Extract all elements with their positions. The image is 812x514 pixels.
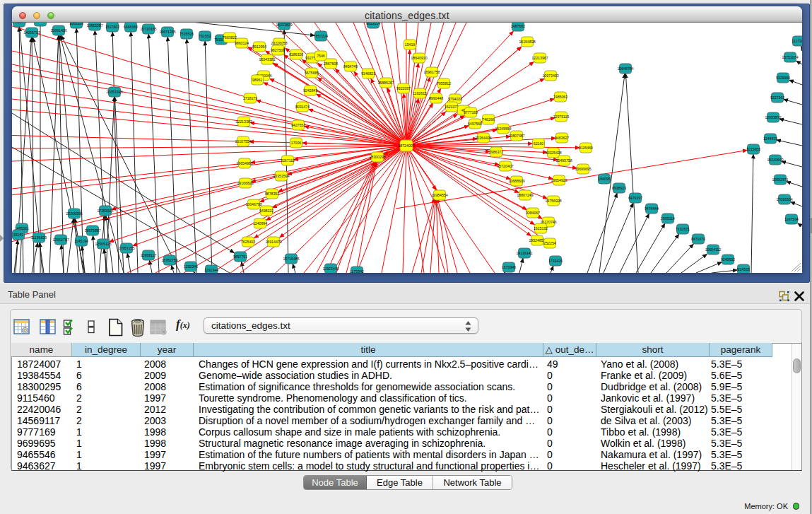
- svg-text:15419: 15419: [405, 42, 416, 47]
- svg-text:10699695: 10699695: [575, 167, 591, 171]
- svg-text:10046798: 10046798: [245, 202, 261, 206]
- svg-text:16033809: 16033809: [276, 23, 292, 27]
- svg-text:16154838: 16154838: [519, 40, 535, 44]
- svg-text:16210643: 16210643: [767, 158, 783, 162]
- svg-text:9860124: 9860124: [235, 41, 249, 45]
- svg-text:252254: 252254: [543, 241, 555, 245]
- svg-text:7663822: 7663822: [223, 35, 237, 40]
- svg-text:15751074: 15751074: [782, 55, 798, 59]
- svg-text:18724007: 18724007: [398, 144, 414, 148]
- svg-text:10653287: 10653287: [86, 23, 102, 28]
- svg-text:19166825: 19166825: [237, 181, 253, 185]
- svg-text:10654112: 10654112: [705, 247, 722, 252]
- svg-text:15692971: 15692971: [772, 177, 788, 182]
- svg-text:9146821: 9146821: [361, 71, 375, 76]
- svg-text:19756928: 19756928: [545, 199, 561, 203]
- svg-text:751552: 751552: [199, 34, 211, 38]
- svg-text:15885267: 15885267: [377, 81, 394, 85]
- svg-text:1292346: 1292346: [184, 264, 198, 269]
- svg-text:9427552: 9427552: [291, 123, 305, 127]
- svg-text:9857791: 9857791: [233, 255, 247, 259]
- svg-text:10958117: 10958117: [141, 253, 157, 257]
- svg-text:7625402: 7625402: [241, 240, 255, 244]
- svg-text:12975115: 12975115: [553, 115, 570, 119]
- svg-text:1621072: 1621072: [445, 105, 459, 109]
- svg-text:2935114: 2935114: [661, 216, 675, 221]
- svg-text:7485063: 7485063: [553, 95, 567, 99]
- svg-text:16543382: 16543382: [259, 57, 275, 62]
- svg-text:9384067: 9384067: [526, 211, 540, 215]
- svg-text:10973493: 10973493: [542, 74, 558, 78]
- svg-text:15495758: 15495758: [555, 158, 572, 163]
- svg-text:17006: 17006: [291, 141, 302, 145]
- svg-text:5498222: 5498222: [259, 209, 273, 213]
- svg-text:9474444: 9474444: [645, 206, 659, 211]
- svg-text:9329996: 9329996: [776, 76, 790, 80]
- svg-text:18300295: 18300295: [369, 155, 385, 159]
- svg-text:12213967: 12213967: [531, 56, 548, 60]
- svg-text:9777169: 9777169: [464, 110, 478, 115]
- svg-text:3267110: 3267110: [281, 158, 295, 163]
- svg-text:2986372: 2986372: [489, 150, 503, 154]
- svg-text:1117304: 1117304: [792, 39, 802, 43]
- svg-text:8938923: 8938923: [612, 186, 626, 190]
- svg-text:9242843: 9242843: [303, 88, 317, 93]
- svg-text:7632621: 7632621: [676, 227, 690, 231]
- svg-text:1673345: 1673345: [502, 265, 516, 269]
- svg-text:12213383: 12213383: [235, 119, 252, 124]
- svg-text:9227343: 9227343: [770, 95, 784, 100]
- svg-text:10648784: 10648784: [617, 66, 633, 71]
- svg-text:9463627: 9463627: [555, 136, 569, 140]
- svg-text:8031474: 8031474: [295, 105, 310, 109]
- svg-text:11156829: 11156829: [31, 235, 47, 240]
- svg-text:13353594: 13353594: [273, 174, 289, 178]
- svg-text:5675685: 5675685: [305, 71, 319, 75]
- svg-text:98961: 98961: [252, 78, 263, 82]
- svg-text:1527602: 1527602: [105, 25, 119, 29]
- svg-text:9322037: 9322037: [396, 86, 411, 90]
- svg-text:1405571: 1405571: [12, 23, 26, 24]
- svg-text:16961758: 16961758: [423, 70, 440, 74]
- svg-text:20053346: 20053346: [106, 90, 122, 94]
- svg-text:1615132: 1615132: [534, 226, 548, 230]
- svg-text:746266: 746266: [482, 117, 494, 122]
- svg-text:1162615: 1162615: [413, 91, 427, 95]
- svg-text:19524851: 19524851: [529, 238, 545, 243]
- svg-text:8186328: 8186328: [289, 52, 303, 57]
- svg-text:164095: 164095: [598, 177, 610, 181]
- svg-text:20206556: 20206556: [66, 211, 82, 216]
- svg-text:7515526: 7515526: [180, 32, 194, 36]
- svg-text:7955812: 7955812: [437, 81, 451, 86]
- svg-text:9115460: 9115460: [579, 146, 593, 150]
- svg-text:16782759: 16782759: [161, 258, 177, 262]
- svg-text:1145194: 1145194: [74, 239, 88, 243]
- svg-text:1240994: 1240994: [253, 221, 267, 226]
- svg-text:6497568: 6497568: [468, 122, 482, 126]
- svg-text:16245554: 16245554: [495, 127, 511, 131]
- svg-text:17016504: 17016504: [776, 197, 792, 201]
- svg-text:924565: 924565: [737, 267, 749, 271]
- svg-text:7546: 7546: [317, 54, 325, 58]
- svg-text:15716485: 15716485: [283, 257, 299, 261]
- svg-text:1292344: 1292344: [204, 268, 218, 272]
- svg-text:10807487: 10807487: [508, 134, 524, 138]
- svg-text:3215955: 3215955: [746, 147, 760, 151]
- svg-text:7857224: 7857224: [314, 34, 328, 38]
- svg-text:20691406: 20691406: [50, 28, 66, 33]
- svg-text:23226058: 23226058: [271, 41, 287, 45]
- svg-text:8454749: 8454749: [343, 64, 358, 69]
- svg-text:8990448: 8990448: [429, 96, 443, 100]
- svg-text:9827509: 9827509: [271, 48, 285, 52]
- svg-text:12505135: 12505135: [95, 242, 111, 246]
- svg-text:17957255: 17957255: [118, 246, 134, 250]
- svg-text:14136141: 14136141: [516, 251, 532, 255]
- svg-text:39159: 39159: [13, 233, 24, 237]
- svg-text:6966160: 6966160: [124, 25, 138, 29]
- svg-text:2718179: 2718179: [243, 96, 257, 100]
- svg-text:8878352: 8878352: [265, 192, 279, 196]
- svg-text:16671355: 16671355: [159, 30, 175, 34]
- svg-text:13654923: 13654923: [551, 178, 567, 182]
- svg-text:21091406: 21091406: [32, 23, 48, 23]
- svg-text:8912954: 8912954: [252, 45, 266, 49]
- svg-text:8471676: 8471676: [691, 237, 705, 241]
